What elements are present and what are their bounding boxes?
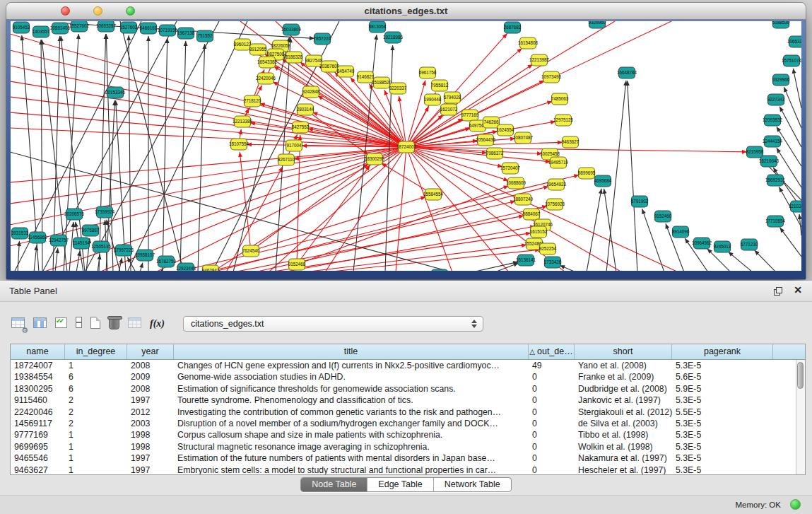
table-cell[interactable]: Tibbo et al. (1998) — [575, 429, 672, 440]
column-header[interactable]: name — [11, 344, 65, 359]
table-cell[interactable]: Estimation of the future numbers of pati… — [174, 452, 529, 464]
table-cell[interactable]: 1 — [65, 429, 127, 440]
table-cell[interactable]: Disruption of a novel member of a sodium… — [174, 418, 529, 429]
table-row[interactable]: 946362711997Embryonic stem cells: a mode… — [11, 465, 796, 474]
table-cell[interactable]: 5.6E-5 — [672, 371, 773, 382]
graph-edge[interactable] — [212, 187, 548, 271]
graph-edge[interactable] — [793, 69, 801, 108]
graph-edge[interactable] — [129, 35, 131, 271]
function-builder-button[interactable]: f(x) — [150, 318, 165, 329]
table-cell[interactable]: 0 — [529, 452, 575, 464]
table-cell[interactable]: 6 — [65, 383, 127, 395]
table-cell[interactable]: 5.3E-5 — [672, 465, 773, 474]
table-cell[interactable]: Structural magnetic resonance image aver… — [174, 441, 529, 452]
table-cell[interactable]: 1 — [65, 441, 127, 452]
tab-edge-table[interactable]: Edge Table — [367, 478, 433, 491]
table-cell[interactable]: 19384554 — [11, 371, 65, 382]
table-row[interactable]: 1456911722003Disruption of a novel membe… — [11, 418, 796, 429]
show-columns-button[interactable] — [33, 317, 47, 331]
table-cell[interactable]: 1998 — [127, 441, 174, 452]
table-cell[interactable]: 18724007 — [11, 360, 65, 371]
graph-edge[interactable] — [381, 163, 433, 194]
table-cell[interactable]: Franke et al. (2009) — [575, 371, 672, 382]
table-cell[interactable]: 49 — [529, 360, 575, 371]
table-cell[interactable]: 5.3E-5 — [672, 429, 773, 440]
table-cell[interactable]: 2012 — [127, 407, 174, 418]
table-cell[interactable]: 5.5E-5 — [672, 407, 773, 418]
table-cell[interactable]: Jankovic et al. (1997) — [575, 395, 672, 406]
table-cell[interactable]: 0 — [529, 441, 575, 452]
table-cell[interactable]: 0 — [529, 418, 575, 429]
table-cell[interactable]: 0 — [529, 429, 575, 440]
table-row[interactable]: 1872400712008Changes of HCN gene express… — [11, 360, 796, 371]
table-source-select[interactable]: citations_edges.txt — [183, 316, 483, 332]
table-cell[interactable]: 5.3E-5 — [672, 418, 773, 429]
table-cell[interactable]: Stergiakouli et al. (2012) — [575, 407, 672, 418]
table-cell[interactable]: 9115460 — [11, 395, 65, 406]
table-cell[interactable]: 2009 — [127, 371, 174, 382]
table-settings-button[interactable]: ⚙ — [11, 317, 25, 331]
table-cell[interactable]: Tourette syndrome. Phenomenology and cla… — [174, 395, 529, 406]
graph-edge[interactable] — [251, 164, 368, 251]
table-row[interactable]: 977716911998Corpus callosum shape and si… — [11, 429, 796, 440]
graph-edge[interactable] — [784, 87, 801, 128]
close-panel-icon[interactable]: ✕ — [794, 284, 802, 296]
vertical-scrollbar[interactable] — [796, 360, 805, 474]
table-cell[interactable]: 2 — [65, 407, 127, 418]
select-rows-button[interactable] — [55, 317, 67, 331]
table-cell[interactable]: Nakamura et al. (1997) — [575, 452, 672, 464]
graph-edge[interactable] — [779, 107, 801, 147]
table-cell[interactable]: 9463627 — [11, 465, 65, 474]
table-cell[interactable]: 1 — [65, 360, 127, 371]
table-row[interactable]: 1830029562008Estimation of significance … — [11, 383, 796, 395]
table-row[interactable]: 2242004622012Investigating the contribut… — [11, 407, 796, 418]
float-panel-icon[interactable] — [774, 287, 782, 296]
graph-edge[interactable] — [269, 233, 531, 271]
graph-edge[interactable] — [163, 38, 167, 271]
graph-edge[interactable] — [777, 127, 801, 166]
column-header[interactable]: pagerank — [672, 344, 773, 359]
create-column-button[interactable] — [90, 317, 100, 332]
graph-edge[interactable] — [406, 33, 507, 147]
table-row[interactable]: 911546021997Tourette syndrome. Phenomeno… — [11, 395, 796, 406]
table-cell[interactable]: 2 — [65, 418, 127, 429]
table-cell[interactable]: 5.9E-5 — [672, 383, 773, 395]
table-cell[interactable]: 2008 — [127, 360, 174, 371]
table-row[interactable]: 946554611997Estimation of the future num… — [11, 452, 796, 464]
table-cell[interactable]: 9699695 — [11, 441, 65, 452]
table-cell[interactable]: 0 — [529, 383, 575, 395]
table-row[interactable]: 1938455462009Genome-wide association stu… — [11, 371, 796, 382]
table-cell[interactable]: 2008 — [127, 383, 174, 395]
table-cell[interactable]: Embryonic stem cells: a model to study s… — [174, 465, 529, 474]
table-cell[interactable]: 9465546 — [11, 452, 65, 464]
table-cell[interactable]: 9777169 — [11, 429, 65, 440]
table-row[interactable]: 969969511998Structural magnetic resonanc… — [11, 441, 796, 452]
table-cell[interactable]: 5.3E-5 — [672, 441, 773, 452]
table-cell[interactable]: 6 — [65, 371, 127, 382]
network-canvas[interactable]: 8960123891295518226058982750881863289827… — [11, 21, 801, 271]
graph-edge[interactable] — [11, 66, 406, 147]
table-cell[interactable]: 5.3E-5 — [672, 452, 773, 464]
delete-column-button[interactable] — [109, 316, 119, 332]
table-cell[interactable]: 14569117 — [11, 418, 65, 429]
graph-edge[interactable] — [304, 245, 526, 271]
graph-edge[interactable] — [406, 147, 509, 271]
graph-edge[interactable] — [325, 250, 540, 271]
table-cell[interactable]: 1997 — [127, 465, 174, 474]
row-height-button[interactable] — [76, 317, 82, 331]
table-cell[interactable]: Hescheler et al. (1997) — [575, 465, 672, 474]
table-cell[interactable]: Wolkin et al. (1998) — [575, 441, 672, 452]
table-cell[interactable]: Yano et al. (2008) — [575, 360, 672, 371]
column-header[interactable]: short — [575, 344, 672, 359]
graph-edge[interactable] — [780, 228, 801, 257]
column-header[interactable]: title — [174, 344, 529, 359]
table-cell[interactable]: 0 — [529, 371, 575, 382]
table-cell[interactable]: 1998 — [127, 429, 174, 440]
table-cell[interactable]: Genome-wide association studies in ADHD. — [174, 371, 529, 382]
table-cell[interactable]: 2003 — [127, 418, 174, 429]
column-header[interactable]: in_degree — [65, 344, 127, 359]
graph-edge[interactable] — [472, 262, 518, 271]
graph-edge[interactable] — [628, 81, 637, 271]
table-cell[interactable]: 22420046 — [11, 407, 65, 418]
table-cell[interactable]: 5.3E-5 — [672, 360, 773, 371]
